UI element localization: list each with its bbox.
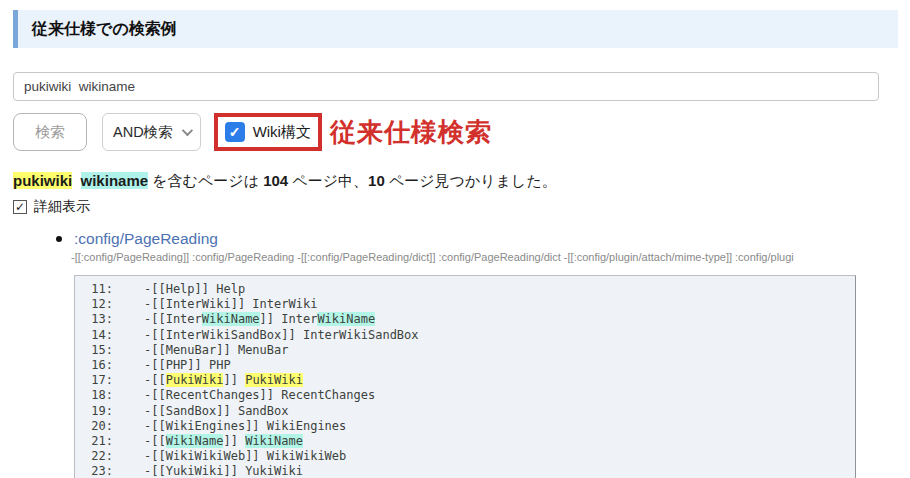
wiki-syntax-checkbox-label[interactable]: Wiki構文	[253, 123, 311, 142]
result-page-link[interactable]: :config/PageReading	[74, 230, 218, 248]
result-list-item: :config/PageReading	[13, 230, 898, 248]
text-segment: WikiName	[166, 434, 224, 448]
line-number: 20:	[87, 419, 113, 434]
text-segment: PukiWiki	[245, 373, 303, 387]
text-segment: wikiname	[81, 172, 149, 189]
text-segment: -[[InterWiki]] InterWiki	[144, 297, 317, 311]
result-match-snippet: -[[:config/PageReading]] :config/PageRea…	[13, 251, 909, 263]
text-segment: -[[WikiEngines]] WikiEngines	[144, 419, 346, 433]
text-segment: WikiName	[245, 434, 303, 448]
wiki-syntax-highlight-frame: ✓ Wiki構文	[214, 113, 322, 151]
line-number: 13:	[87, 312, 113, 327]
line-number: 22:	[87, 449, 113, 464]
bullet-icon	[56, 236, 62, 242]
code-line: 14:-[[InterWikiSandBox]] InterWikiSandBo…	[87, 328, 849, 343]
search-button[interactable]: 検索	[13, 113, 87, 151]
text-segment: PukiWiki	[166, 373, 224, 387]
text-segment: ページ中、	[288, 172, 368, 189]
text-segment: -[[	[144, 434, 166, 448]
code-line: 19:-[[SandBox]] SandBox	[87, 404, 849, 419]
line-number: 11:	[87, 282, 113, 297]
detail-view-checkbox[interactable]: ✓	[13, 200, 27, 214]
text-segment: -[[RecentChanges]] RecentChanges	[144, 388, 375, 402]
section-title: 従来仕様での検索例	[32, 19, 177, 40]
text-segment: -[[WikiWikiWeb]] WikiWikiWeb	[144, 449, 346, 463]
text-segment: ]]	[223, 434, 245, 448]
text-segment: -[[Help]] Help	[144, 282, 245, 296]
text-segment	[72, 172, 80, 189]
code-line: 17:-[[PukiWiki]] PukiWiki	[87, 373, 849, 388]
controls-row: 検索 AND検索 ✓ Wiki構文 従来仕様検索	[13, 113, 898, 151]
text-segment: -[[InterWikiSandBox]] InterWikiSandBox	[144, 328, 419, 342]
line-number: 23:	[87, 464, 113, 478]
code-line: 12:-[[InterWiki]] InterWiki	[87, 297, 849, 312]
text-segment: ページ見つかりました。	[385, 172, 557, 189]
text-segment: -[[	[144, 373, 166, 387]
code-line: 11:-[[Help]] Help	[87, 282, 849, 297]
text-segment: pukiwiki	[13, 172, 72, 189]
detail-view-row: ✓ 詳細表示	[13, 198, 898, 216]
search-mode-value: AND検索	[113, 123, 173, 142]
line-number: 17:	[87, 373, 113, 388]
line-number: 19:	[87, 404, 113, 419]
code-line: 13:-[[InterWikiName]] InterWikiName	[87, 312, 849, 327]
text-segment: WikiName	[317, 312, 375, 326]
code-line: 18:-[[RecentChanges]] RecentChanges	[87, 388, 849, 403]
line-number: 15:	[87, 343, 113, 358]
text-segment: -[[SandBox]] SandBox	[144, 404, 289, 418]
code-line: 23:-[[YukiWiki]] YukiWiki	[87, 464, 849, 478]
legacy-search-annotation: 従来仕様検索	[330, 115, 492, 150]
code-line: 22:-[[WikiWikiWeb]] WikiWikiWeb	[87, 449, 849, 464]
search-mode-select[interactable]: AND検索	[102, 113, 201, 151]
text-segment: WikiName	[202, 312, 260, 326]
line-number: 18:	[87, 388, 113, 403]
code-line: 16:-[[PHP]] PHP	[87, 358, 849, 373]
text-segment: -[[PHP]] PHP	[144, 358, 231, 372]
search-input[interactable]	[13, 72, 879, 101]
search-result-summary: pukiwiki wikiname を含むページは 104 ページ中、10 ペー…	[13, 172, 898, 191]
text-segment: を含むページは	[148, 172, 263, 189]
detail-view-label[interactable]: 詳細表示	[34, 198, 90, 216]
line-number: 16:	[87, 358, 113, 373]
text-segment: ]] Inter	[260, 312, 318, 326]
text-segment: ]]	[223, 373, 245, 387]
line-number: 14:	[87, 328, 113, 343]
wiki-syntax-checkbox[interactable]: ✓	[225, 122, 245, 142]
section-header: 従来仕様での検索例	[13, 10, 898, 48]
chevron-down-icon	[181, 125, 192, 136]
text-segment: 104	[263, 172, 288, 189]
text-segment: 10	[368, 172, 385, 189]
page: 従来仕様での検索例 検索 AND検索 ✓ Wiki構文 従来仕様検索 pukiw…	[0, 0, 910, 478]
code-line: 20:-[[WikiEngines]] WikiEngines	[87, 419, 849, 434]
line-number: 12:	[87, 297, 113, 312]
code-line: 21:-[[WikiName]] WikiName	[87, 434, 849, 449]
line-number: 21:	[87, 434, 113, 449]
text-segment: -[[MenuBar]] MenuBar	[144, 343, 289, 357]
text-segment: -[[YukiWiki]] YukiWiki	[144, 464, 303, 478]
code-line: 15:-[[MenuBar]] MenuBar	[87, 343, 849, 358]
text-segment: -[[Inter	[144, 312, 202, 326]
page-source-preview[interactable]: 11:-[[Help]] Help12:-[[InterWiki]] Inter…	[74, 275, 856, 478]
